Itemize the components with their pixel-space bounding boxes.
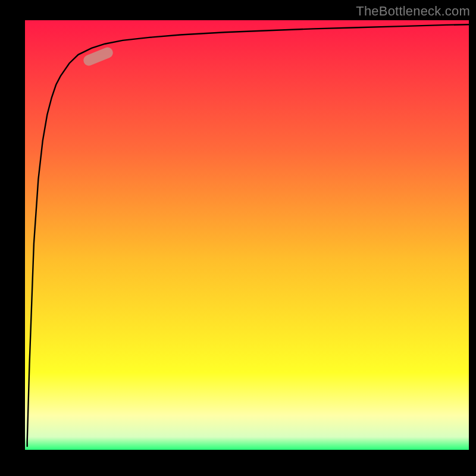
plot-area	[25, 20, 469, 450]
chart-container: TheBottleneck.com	[0, 0, 476, 476]
curve-line	[25, 20, 469, 450]
watermark-label: TheBottleneck.com	[356, 4, 470, 19]
